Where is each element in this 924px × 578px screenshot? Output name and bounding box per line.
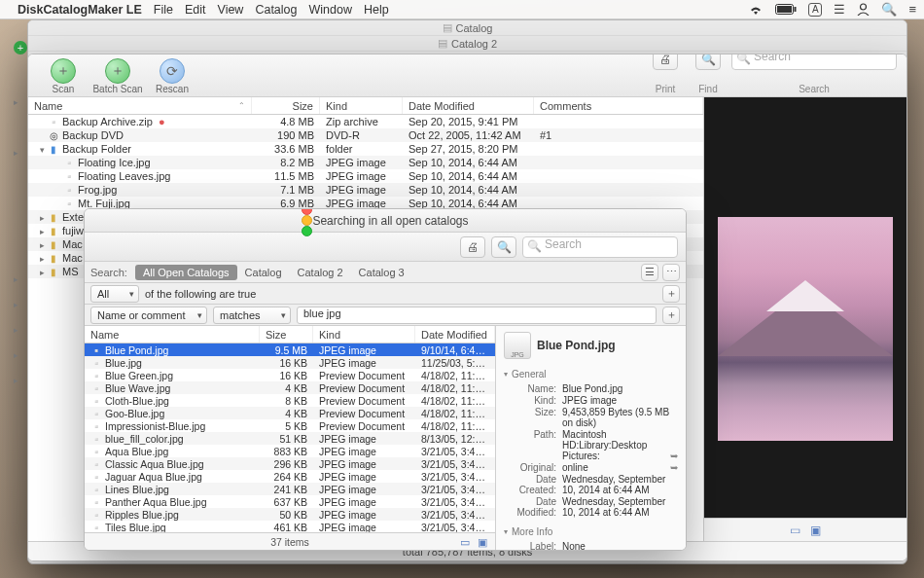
rescan-button[interactable]: ⟳Rescan xyxy=(147,58,197,94)
save-search-button[interactable]: ☰ xyxy=(641,264,658,281)
table-row[interactable]: ◎Backup DVD190 MBDVD-ROct 22, 2005, 11:4… xyxy=(28,128,703,142)
table-row[interactable]: ▫️Frog.jpg7.1 MBJPEG imageSep 10, 2014, … xyxy=(28,183,703,197)
scan-button[interactable]: ＋Scan xyxy=(38,58,89,94)
zoom-button[interactable] xyxy=(302,226,312,236)
info-row: Date Created:Wednesday, September 10, 20… xyxy=(504,474,678,495)
criteria-tail-label: of the following are true xyxy=(145,288,256,300)
result-footer: 37 items ▭ ▣ xyxy=(85,532,495,550)
find-button[interactable]: 🔍 xyxy=(695,54,721,70)
table-row[interactable]: ▫️Floating Leaves.jpg11.5 MBJPEG imageSe… xyxy=(28,169,703,183)
result-row[interactable]: ▫️Blue Pond.jpg9.5 MBJPEG image9/10/14, … xyxy=(85,343,495,356)
info-thumbnail-icon: JPG xyxy=(504,332,531,359)
toolbar-search-input[interactable]: Search xyxy=(731,54,897,70)
result-row[interactable]: ▫️Lines Blue.jpg241 KBJPEG image3/21/05,… xyxy=(85,483,495,495)
search-options-button[interactable]: ⋯ xyxy=(662,264,680,281)
notification-list-icon[interactable]: ≡ xyxy=(908,2,916,17)
info-row: Label:None xyxy=(504,541,678,550)
menu-extra-a-icon[interactable]: A xyxy=(808,3,822,17)
result-row[interactable]: ▫️Tiles Blue.jpg461 KBJPEG image3/21/05,… xyxy=(85,521,495,532)
result-quicklook-image-icon[interactable]: ▣ xyxy=(478,536,487,548)
criteria-row-add-button[interactable]: ＋ xyxy=(662,307,680,324)
search-window-search-input[interactable]: Search xyxy=(522,236,678,258)
result-row[interactable]: ▫️Panther Aqua Blue.jpg637 KBJPEG image3… xyxy=(85,495,495,508)
svg-rect-2 xyxy=(795,7,797,12)
menu-window[interactable]: Window xyxy=(309,3,352,17)
info-filename: Blue Pond.jpg xyxy=(537,339,616,352)
quicklook-image-icon[interactable]: ▣ xyxy=(810,524,821,537)
result-quicklook-page-icon[interactable]: ▭ xyxy=(460,536,470,548)
column-headers[interactable]: Name⌃ Size Kind Date Modified Comments xyxy=(28,97,703,115)
spotlight-user-icon[interactable] xyxy=(857,3,870,16)
search-scope-bar: Search: All Open CatalogsCatalogCatalog … xyxy=(85,262,686,283)
result-row[interactable]: ▫️blue_fill_color.jpg51 KBJPEG image8/13… xyxy=(85,432,495,445)
result-row[interactable]: ▫️Blue Green.jpg16 KBPreview Document4/1… xyxy=(85,369,495,381)
main-toolbar: ＋Scan ＋Batch Scan ⟳Rescan 🖨 Print 🔍 Find… xyxy=(28,54,906,97)
result-row[interactable]: ▫️Ripples Blue.jpg50 KBJPEG image3/21/05… xyxy=(85,508,495,521)
search-toolbar: 🖨 🔍 Search xyxy=(85,233,686,262)
scope-tab[interactable]: Catalog xyxy=(237,265,290,280)
svg-point-3 xyxy=(861,4,867,10)
batch-scan-button[interactable]: ＋Batch Scan xyxy=(92,58,143,94)
wifi-icon[interactable] xyxy=(748,4,764,16)
svg-rect-1 xyxy=(777,6,792,13)
scope-tab[interactable]: All Open Catalogs xyxy=(135,265,237,280)
reveal-icon[interactable]: ➥ xyxy=(670,451,678,461)
result-row[interactable]: ▫️Jaguar Aqua Blue.jpg264 KBJPEG image3/… xyxy=(85,470,495,483)
info-row: Path:Macintosh HD:Library:Desktop Pictur… xyxy=(504,429,678,461)
info-section-more[interactable]: More Info xyxy=(496,524,686,539)
sidebar-disclosure-arrows: ▸▸ ▸▸▸▸▸ xyxy=(14,97,18,389)
search-find-button[interactable]: 🔍 xyxy=(491,236,516,258)
notification-center-icon[interactable]: ☰ xyxy=(834,2,845,17)
preview-pane: ▭ ▣ xyxy=(704,97,906,541)
search-print-button[interactable]: 🖨 xyxy=(460,236,485,258)
criteria-bar-1: All of the following are true ＋ xyxy=(85,283,686,305)
criteria-bar-2: Name or comment matches blue jpg ＋ xyxy=(85,305,686,326)
table-row[interactable]: ▫️Backup Archive.zip●4.8 MBZip archiveSe… xyxy=(28,115,703,128)
result-row[interactable]: ▫️Blue Wave.jpg4 KBPreview Document4/18/… xyxy=(85,381,495,394)
info-row: Size:9,453,859 Bytes (9.5 MB on disk) xyxy=(504,407,678,428)
search-window-title: Searching in all open catalogs xyxy=(312,214,468,228)
result-row[interactable]: ▫️Impressionist-Blue.jpg5 KBPreview Docu… xyxy=(85,419,495,432)
menu-edit[interactable]: Edit xyxy=(185,3,206,17)
mac-menubar: DiskCatalogMaker LE FileEditViewCatalogW… xyxy=(0,0,924,19)
result-row[interactable]: ▫️Goo-Blue.jpg4 KBPreview Document4/18/0… xyxy=(85,407,495,419)
info-row: Name:Blue Pond.jpg xyxy=(504,383,678,394)
background-add-icon: + xyxy=(14,41,27,54)
info-pane: JPG Blue Pond.jpg General Name:Blue Pond… xyxy=(496,326,686,550)
search-window: Searching in all open catalogs 🖨 🔍 Searc… xyxy=(84,208,687,551)
menu-catalog[interactable]: Catalog xyxy=(255,3,297,17)
info-section-general[interactable]: General xyxy=(496,367,686,381)
menu-help[interactable]: Help xyxy=(364,3,389,17)
app-name[interactable]: DiskCatalogMaker LE xyxy=(18,3,142,17)
window-tab[interactable]: ▤Catalog 2 xyxy=(28,36,906,52)
info-row: Original:online➥ xyxy=(504,462,678,473)
result-column-headers[interactable]: Name Size Kind Date Modified xyxy=(85,326,495,343)
criteria-field-combo[interactable]: Name or comment xyxy=(90,307,207,324)
info-row: Kind:JPEG image xyxy=(504,395,678,406)
scope-tab[interactable]: Catalog 2 xyxy=(290,265,351,280)
table-row[interactable]: ▫️Floating Ice.jpg8.2 MBJPEG imageSep 10… xyxy=(28,156,703,169)
result-row[interactable]: ▫️Blue.jpg16 KBJPEG image11/25/03, 5:23 … xyxy=(85,356,495,369)
scope-label: Search: xyxy=(90,267,127,278)
criteria-value-input[interactable]: blue jpg xyxy=(297,307,657,324)
menu-file[interactable]: File xyxy=(154,3,173,17)
table-row[interactable]: ▾▮Backup Folder33.6 MBfolderSep 27, 2015… xyxy=(28,142,703,156)
minimize-button[interactable] xyxy=(302,215,312,226)
criteria-op-combo[interactable]: matches xyxy=(213,307,291,324)
print-button[interactable]: 🖨 xyxy=(653,54,678,70)
scope-tab[interactable]: Catalog 3 xyxy=(351,265,412,280)
info-row: Date Modified:Wednesday, September 10, 2… xyxy=(504,496,678,518)
close-button[interactable] xyxy=(302,208,312,215)
battery-icon[interactable] xyxy=(775,4,797,15)
result-row[interactable]: ▫️Aqua Blue.jpg883 KBJPEG image3/21/05, … xyxy=(85,445,495,457)
criteria-all-combo[interactable]: All xyxy=(90,285,139,303)
preview-image xyxy=(718,217,893,441)
menu-view[interactable]: View xyxy=(218,3,244,17)
quicklook-page-icon[interactable]: ▭ xyxy=(790,524,800,537)
window-tab[interactable]: ▤Catalog xyxy=(28,20,906,36)
criteria-add-button[interactable]: ＋ xyxy=(662,285,680,303)
result-row[interactable]: ▫️Cloth-Blue.jpg8 KBPreview Document4/18… xyxy=(85,394,495,407)
result-row[interactable]: ▫️Classic Aqua Blue.jpg296 KBJPEG image3… xyxy=(85,457,495,470)
reveal-icon[interactable]: ➥ xyxy=(670,462,678,473)
spotlight-search-icon[interactable]: 🔍 xyxy=(881,2,897,17)
